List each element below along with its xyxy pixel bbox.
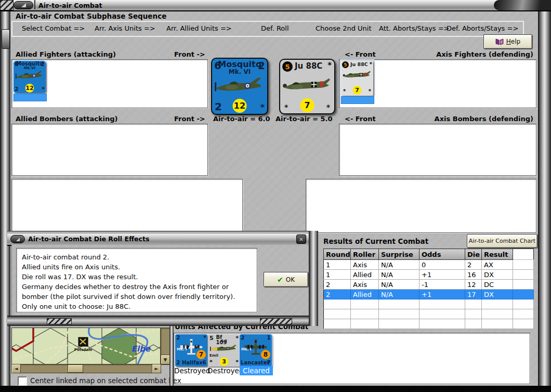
result-row-empty [324, 319, 534, 329]
ju88c-counter-small[interactable]: 5 Ju 88C * * 7 * [341, 60, 373, 96]
bf109-counter[interactable]: 5 Bf 109 E-2 * Emil * 3 * [208, 334, 240, 367]
col-round: Round [324, 249, 351, 260]
river-label: Elbe [132, 344, 151, 354]
titlebar-divider [34, 0, 35, 9]
counter-rating: 12 [233, 99, 247, 113]
counter-value-tr: * [370, 62, 372, 67]
axis-bombers-box[interactable] [339, 124, 536, 176]
col-die: Die [465, 249, 482, 260]
result-row-selected[interactable]: 2Allied N/A+1 17DX [324, 290, 534, 299]
counter-value-tr: * [235, 335, 239, 341]
allied-bombers-box[interactable] [11, 124, 208, 176]
result-row[interactable]: 1Axis N/A0 2AX [324, 260, 534, 270]
combat-chart-button[interactable]: Air-to-air Combat Chart [467, 234, 537, 248]
map-view[interactable]: Potsdam Elbe [11, 328, 161, 365]
cell: DC [482, 280, 513, 290]
dialog-close-button[interactable]: ✕ [296, 234, 306, 244]
center-map-checkbox-label: Center linked map on selected combat hex [30, 376, 181, 385]
ju88-art [343, 69, 372, 82]
counter-name: Halifax [182, 360, 203, 365]
map-hscrollbar[interactable] [11, 364, 161, 373]
halifax-counter[interactable]: 2 * Mk. I 7 2 Halifax 6 [175, 334, 207, 367]
mosquito-counter-small[interactable]: 6 Mosquito 2 Mk.VI 2 12 * [14, 61, 46, 93]
scroll-down-button[interactable]: ▼ [161, 355, 170, 364]
counter-value-bl: 2 [215, 101, 222, 112]
counter-name: Lancaster [241, 360, 269, 365]
axis-fighter-stack[interactable]: 5 Ju 88C * * 7 * [340, 60, 374, 103]
titlebar-right-decoration [494, 0, 551, 10]
counter-value-bl: * [343, 89, 346, 94]
counter-type: Mk. I [241, 348, 251, 351]
dialog-body: Air-to-air combat round 2. Allied units … [11, 245, 309, 316]
dialog-line: Air-to-air combat round 2. [22, 252, 252, 262]
counter-name: Ju 88C [295, 62, 322, 70]
hscroll-thumb[interactable] [68, 364, 83, 373]
cell: DX [482, 290, 513, 299]
front-right-label-2: Front -> [174, 115, 205, 123]
lancaster-counter[interactable]: 2 1 Mk. I 8 Lancaster 7 [240, 334, 272, 367]
dialog-menu-icon [16, 238, 20, 241]
scroll-left-button[interactable]: ◄ [11, 364, 21, 373]
counter-rating: 7 [196, 350, 206, 359]
subphase-steps-box: Select Combat => Arr. Axis Units => Arr.… [11, 21, 524, 37]
cell: 12 [465, 280, 482, 290]
counter-value-bl: 2 [15, 86, 19, 92]
cell: +1 [419, 270, 465, 280]
ju88c-counter-front[interactable]: 5 Ju 88C * * 7 * [279, 59, 335, 114]
counter-value-tl: 5 [282, 61, 293, 72]
counter-subname: Mk. VI [229, 69, 251, 75]
subphase-step-arr-axis: Arr. Axis Units => [95, 24, 155, 32]
result-row[interactable]: 1Allied N/A+1 16DX [324, 270, 534, 280]
counter-value-tr: 1 [267, 335, 271, 341]
cell: +1 [419, 290, 465, 299]
front-line-hex [11, 328, 33, 351]
results-table: Round Roller Surprise Odds Die Result 1A… [323, 249, 534, 329]
dialog-menu-button[interactable] [10, 235, 25, 243]
counter-name: Mosquito [218, 60, 261, 69]
center-map-checkbox[interactable] [18, 376, 27, 386]
ok-button[interactable]: ✔ OK [264, 272, 308, 287]
bf109-status: Destroyed [207, 367, 243, 375]
allied-fighter-stack[interactable]: 6 Mosquito 2 Mk.VI 2 12 * [13, 60, 46, 101]
result-row[interactable]: 2Axis N/A-1 12DC [324, 280, 534, 290]
selection-highlight [341, 96, 374, 104]
front-left-label-2: <- Front [345, 115, 376, 123]
scroll-right-button[interactable]: ► [152, 364, 161, 373]
counter-value-br: * [326, 103, 330, 111]
counter-rating: 8 [261, 350, 270, 359]
cell: 0 [419, 260, 465, 270]
arrow-left-icon: ◄ [15, 366, 18, 371]
map-window-right-frame [169, 320, 174, 387]
counter-type: Mk. I [177, 348, 187, 351]
allied-fighters-label: Allied Fighters (attacking) [16, 50, 116, 58]
help-button[interactable]: Help [483, 34, 532, 49]
help-book-icon [495, 38, 504, 45]
allied-bombers-label: Allied Bombers (attacking) [16, 115, 118, 123]
allied-reserve-box[interactable] [11, 179, 243, 233]
cell [513, 290, 534, 299]
axis-bombers-label: Axis Bombers (defending) [435, 115, 533, 123]
window-menu-button[interactable] [14, 1, 33, 9]
app-window: Air-to-air Combat Air-to-air Combat Subp… [0, 0, 551, 392]
dialog-right-frame [309, 231, 318, 326]
lancaster-status-highlight: Cleared [240, 366, 273, 375]
cell: N/A [379, 290, 419, 299]
mosquito-art [16, 70, 44, 82]
cell: AX [482, 260, 513, 270]
subphase-step-select-combat: Select Combat => [22, 24, 85, 32]
axis-reserve-box[interactable] [306, 179, 536, 233]
window-title: Air-to-air Combat [38, 2, 102, 9]
dialog-bottom-frame [7, 316, 309, 326]
arrow-down-icon: ▼ [164, 357, 167, 362]
dialog-message: Air-to-air combat round 2. Allied units … [16, 248, 257, 312]
cell: Axis [351, 280, 379, 290]
counter-value-tr: * [203, 335, 206, 341]
counter-rating: 7 [300, 98, 314, 112]
cell: Axis [351, 260, 379, 270]
dialog-line: Allied units fire on Axis units. [22, 262, 252, 272]
subphase-title: Air-to-air Combat Subphase Sequence [16, 12, 166, 20]
col-filler [513, 249, 534, 260]
mosquito-counter-front[interactable]: 6 Mosquito 2 Mk. VI 2 12 * [211, 58, 268, 115]
allied-air-value-label: Air-to-air = 6.0 [213, 115, 270, 123]
counter-value-br: * [42, 86, 45, 92]
